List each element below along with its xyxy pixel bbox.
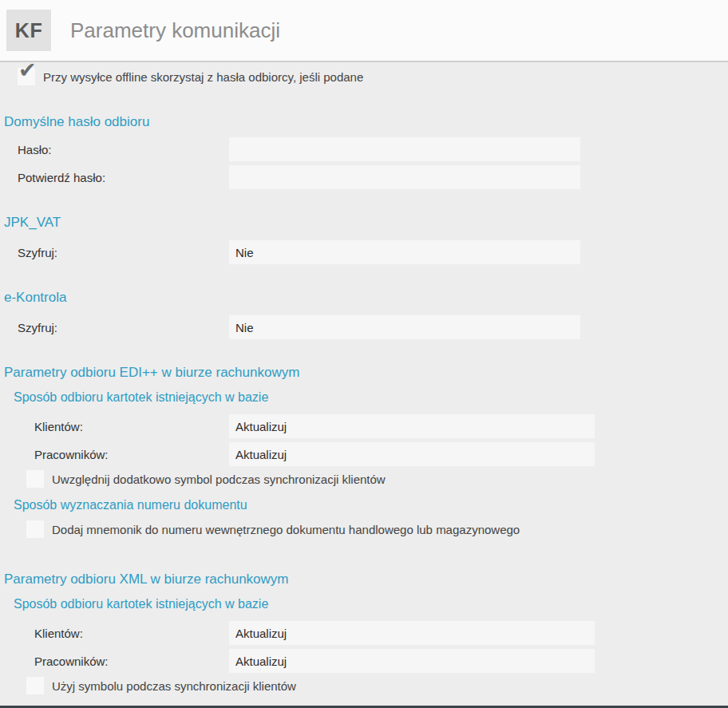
edi-mnemonik-option[interactable]: ✔ Dodaj mnemonik do numeru wewnętrznego … <box>0 520 728 538</box>
edi-subheading-kartoteki: Sposób odbioru kartotek istniejących w b… <box>14 390 728 405</box>
password-row: Hasło: <box>0 137 728 161</box>
checkbox-label: Użyj symbolu podczas synchronizacji klie… <box>52 679 296 693</box>
confirm-password-input[interactable] <box>229 165 580 189</box>
xml-pracownikow-row: Pracowników: Aktualizuj <box>0 649 728 673</box>
xml-pracownikow-label: Pracowników: <box>34 655 229 668</box>
jpk-szyfruj-label: Szyfruj: <box>18 246 229 259</box>
jpk-szyfruj-select[interactable]: Nie <box>229 240 580 264</box>
password-input[interactable] <box>229 137 580 161</box>
section-heading-xml: Parametry odbioru XML w biurze rachunkow… <box>4 572 728 587</box>
password-label: Hasło: <box>18 143 229 156</box>
app-badge: KF <box>6 10 51 51</box>
page-header: KF Parametry komunikacji <box>0 0 728 62</box>
checkmark-icon: ✔ <box>18 60 37 81</box>
section-heading-jpk-vat: JPK_VAT <box>4 215 728 231</box>
checkbox-offline-password[interactable]: ✔ <box>18 68 35 85</box>
edi-subheading-numer: Sposób wyznaczania numeru dokumentu <box>14 497 728 513</box>
confirm-password-label: Potwierdź hasło: <box>18 171 229 184</box>
xml-klientow-row: Klientów: Aktualizuj <box>0 621 728 645</box>
edi-symbol-option[interactable]: ✔ Uwzględnij dodatkowo symbol podczas sy… <box>0 470 728 488</box>
checkbox-edi-symbol[interactable]: ✔ <box>26 470 44 488</box>
confirm-password-row: Potwierdź hasło: <box>0 165 728 189</box>
ekontrola-szyfruj-row: Szyfruj: Nie <box>0 315 728 339</box>
xml-subheading-kartoteki: Sposób odbioru kartotek istniejących w b… <box>14 596 728 612</box>
xml-klientow-label: Klientów: <box>34 627 229 640</box>
checkbox-edi-mnemonik[interactable]: ✔ <box>26 520 44 538</box>
checkbox-label: Uwzględnij dodatkowo symbol podczas sync… <box>52 473 386 486</box>
page-title: Parametry komunikacji <box>70 18 280 43</box>
jpk-szyfruj-row: Szyfruj: Nie <box>0 240 728 264</box>
xml-klientow-select[interactable]: Aktualizuj <box>229 621 595 645</box>
content: ✔ Przy wysyłce offline skorzystaj z hasł… <box>0 68 728 694</box>
checkbox-label: Przy wysyłce offline skorzystaj z hasła … <box>43 70 363 84</box>
edi-klientow-row: Klientów: Aktualizuj <box>0 414 728 438</box>
ekontrola-szyfruj-select[interactable]: Nie <box>229 315 580 339</box>
section-heading-edi: Parametry odbioru EDI++ w biurze rachunk… <box>4 365 728 381</box>
xml-pracownikow-select[interactable]: Aktualizuj <box>229 649 595 673</box>
checkbox-xml-symbol[interactable]: ✔ <box>26 677 44 694</box>
section-heading-e-kontrola: e-Kontrola <box>4 290 728 306</box>
edi-pracownikow-row: Pracowników: Aktualizuj <box>0 442 728 466</box>
xml-symbol-option[interactable]: ✔ Użyj symbolu podczas synchronizacji kl… <box>0 677 728 694</box>
edi-pracownikow-label: Pracowników: <box>34 448 229 461</box>
edi-klientow-select[interactable]: Aktualizuj <box>229 414 595 438</box>
edi-klientow-label: Klientów: <box>34 420 229 433</box>
checkbox-label: Dodaj mnemonik do numeru wewnętrznego do… <box>52 523 520 536</box>
edi-pracownikow-select[interactable]: Aktualizuj <box>229 442 595 466</box>
section-heading-default-password: Domyślne hasło odbioru <box>4 114 728 130</box>
offline-password-option[interactable]: ✔ Przy wysyłce offline skorzystaj z hasł… <box>0 68 728 85</box>
ekontrola-szyfruj-label: Szyfruj: <box>18 321 229 334</box>
